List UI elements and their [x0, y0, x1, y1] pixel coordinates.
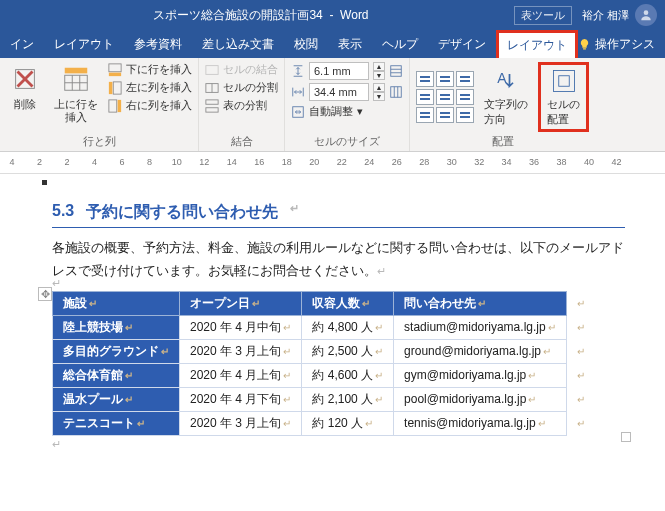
body-paragraph[interactable]: 各施設の概要、予約方法、料金、施設の利用ルールなどに関する問い合わせは、以下のメ…	[52, 236, 625, 283]
ribbon-tabs: イン レイアウト 参考資料 差し込み文書 校閲 表示 ヘルプ デザイン レイアウ…	[0, 30, 665, 58]
open-date-cell[interactable]: 2020 年 3 月上旬↵	[180, 411, 302, 435]
tab-review[interactable]: 校閲	[284, 30, 328, 58]
distribute-columns-icon[interactable]	[389, 85, 403, 99]
height-step-up[interactable]: ▲	[373, 62, 385, 71]
column-width-icon	[291, 85, 305, 99]
facility-table[interactable]: 施設↵オープン日↵収容人数↵問い合わせ先↵↵陸上競技場↵2020 年 4 月中旬…	[52, 291, 596, 436]
group-alignment: A 文字列の 方向 セルの 配置 配置	[410, 58, 595, 151]
align-top-right[interactable]	[456, 71, 474, 87]
heading-text: 予約に関する問い合わせ先	[86, 202, 278, 223]
capacity-cell[interactable]: 約 2,500 人↵	[302, 339, 394, 363]
horizontal-ruler[interactable]: 4224681012141618202224262830323436384042	[0, 152, 665, 174]
tab-table-layout[interactable]: レイアウト	[496, 30, 578, 58]
group-label-cell-size: セルのサイズ	[291, 132, 403, 149]
paragraph-mark-icon: ↵	[52, 277, 61, 290]
autofit-button[interactable]: 自動調整 ▾	[291, 104, 403, 119]
insert-rows-above-button[interactable]: 上に行を 挿入	[50, 62, 102, 126]
insert-columns-left-button[interactable]: 左に列を挿入	[108, 80, 192, 95]
align-mid-left[interactable]	[416, 89, 434, 105]
table-row[interactable]: テニスコート↵2020 年 3 月上旬↵約 120 人↵tennis@midor…	[53, 411, 596, 435]
ruler-number: 34	[502, 157, 512, 167]
distribute-rows-icon[interactable]	[389, 64, 403, 78]
table-header-cell[interactable]: オープン日↵	[180, 291, 302, 315]
align-mid-center[interactable]	[436, 89, 454, 105]
capacity-cell[interactable]: 約 120 人↵	[302, 411, 394, 435]
contact-cell[interactable]: pool@midoriyama.lg.jp↵	[394, 387, 567, 411]
document-body[interactable]: 5.3 予約に関する問い合わせ先↵ 各施設の概要、予約方法、料金、施設の利用ルー…	[0, 174, 665, 462]
delete-button[interactable]: 削除	[6, 62, 44, 113]
tab-table-design[interactable]: デザイン	[428, 30, 496, 58]
merge-cells-button: セルの結合	[205, 62, 278, 77]
tab-help[interactable]: ヘルプ	[372, 30, 428, 58]
contact-cell[interactable]: ground@midoriyama.lg.jp↵	[394, 339, 567, 363]
split-cells-button[interactable]: セルの分割	[205, 80, 278, 95]
cell-alignment-grid[interactable]	[416, 71, 474, 123]
column-width-input[interactable]: 34.4 mm ▲▼	[291, 83, 403, 101]
align-top-left[interactable]	[416, 71, 434, 87]
tab-mailings[interactable]: 差し込み文書	[192, 30, 284, 58]
row-height-value[interactable]: 6.1 mm	[309, 62, 369, 80]
facility-name-cell[interactable]: 総合体育館↵	[53, 363, 180, 387]
row-height-input[interactable]: 6.1 mm ▲▼	[291, 62, 403, 80]
open-date-cell[interactable]: 2020 年 4 月上旬↵	[180, 363, 302, 387]
align-bot-left[interactable]	[416, 107, 434, 123]
tab-design-partial[interactable]: イン	[0, 30, 44, 58]
height-step-down[interactable]: ▼	[373, 71, 385, 80]
text-direction-button[interactable]: A 文字列の 方向	[480, 67, 532, 127]
align-bot-right[interactable]	[456, 107, 474, 123]
ruler-number: 36	[529, 157, 539, 167]
ruler-number: 2	[64, 157, 69, 167]
facility-name-cell[interactable]: テニスコート↵	[53, 411, 180, 435]
align-bot-center[interactable]	[436, 107, 454, 123]
svg-rect-14	[109, 99, 117, 111]
table-row[interactable]: 多目的グラウンド↵2020 年 3 月上旬↵約 2,500 人↵ground@m…	[53, 339, 596, 363]
split-table-button[interactable]: 表の分割	[205, 98, 278, 113]
open-date-cell[interactable]: 2020 年 4 月中旬↵	[180, 315, 302, 339]
contact-cell[interactable]: stadium@midoriyama.lg.jp↵	[394, 315, 567, 339]
account-area[interactable]: 裕介 相澤	[582, 4, 657, 26]
facility-name-cell[interactable]: 多目的グラウンド↵	[53, 339, 180, 363]
table-row[interactable]: 総合体育館↵2020 年 4 月上旬↵約 4,600 人↵gym@midoriy…	[53, 363, 596, 387]
svg-rect-10	[109, 63, 121, 71]
table-row[interactable]: 温水プール↵2020 年 4 月下旬↵約 2,100 人↵pool@midori…	[53, 387, 596, 411]
heading-5-3[interactable]: 5.3 予約に関する問い合わせ先↵	[52, 196, 625, 228]
heading-number: 5.3	[52, 202, 74, 223]
table-move-handle-icon[interactable]: ✥	[38, 287, 52, 301]
ruler-number: 16	[254, 157, 264, 167]
width-step-up[interactable]: ▲	[373, 83, 385, 92]
group-merge: セルの結合 セルの分割 表の分割 結合	[199, 58, 285, 151]
group-cell-size: 6.1 mm ▲▼ 34.4 mm ▲▼ 自動調整 ▾ セルのサイズ	[285, 58, 410, 151]
insert-rows-below-button[interactable]: 下に行を挿入	[108, 62, 192, 77]
ruler-number: 32	[474, 157, 484, 167]
align-mid-right[interactable]	[456, 89, 474, 105]
facility-name-cell[interactable]: 温水プール↵	[53, 387, 180, 411]
open-date-cell[interactable]: 2020 年 4 月下旬↵	[180, 387, 302, 411]
tab-references[interactable]: 参考資料	[124, 30, 192, 58]
contact-cell[interactable]: tennis@midoriyama.lg.jp↵	[394, 411, 567, 435]
table-header-cell[interactable]: 収容人数↵	[302, 291, 394, 315]
svg-rect-20	[206, 107, 218, 111]
table-header-cell[interactable]: 施設↵	[53, 291, 180, 315]
table-resize-handle-icon[interactable]	[621, 432, 631, 442]
cell-margins-button[interactable]: セルの 配置	[543, 67, 584, 127]
tab-layout[interactable]: レイアウト	[44, 30, 124, 58]
capacity-cell[interactable]: 約 4,600 人↵	[302, 363, 394, 387]
ruler-number: 12	[199, 157, 209, 167]
width-step-down[interactable]: ▼	[373, 92, 385, 101]
open-date-cell[interactable]: 2020 年 3 月上旬↵	[180, 339, 302, 363]
delete-label: 削除	[14, 98, 36, 111]
row-height-icon	[291, 64, 305, 78]
table-row[interactable]: 陸上競技場↵2020 年 4 月中旬↵約 4,800 人↵stadium@mid…	[53, 315, 596, 339]
align-top-center[interactable]	[436, 71, 454, 87]
capacity-cell[interactable]: 約 2,100 人↵	[302, 387, 394, 411]
capacity-cell[interactable]: 約 4,800 人↵	[302, 315, 394, 339]
tab-view[interactable]: 表示	[328, 30, 372, 58]
table-header-cell[interactable]: 問い合わせ先↵	[394, 291, 567, 315]
svg-rect-16	[206, 65, 218, 74]
tell-me-search[interactable]: 操作アシス	[595, 30, 665, 58]
facility-name-cell[interactable]: 陸上競技場↵	[53, 315, 180, 339]
svg-rect-30	[558, 76, 569, 87]
insert-columns-right-button[interactable]: 右に列を挿入	[108, 98, 192, 113]
column-width-value[interactable]: 34.4 mm	[309, 83, 369, 101]
contact-cell[interactable]: gym@midoriyama.lg.jp↵	[394, 363, 567, 387]
